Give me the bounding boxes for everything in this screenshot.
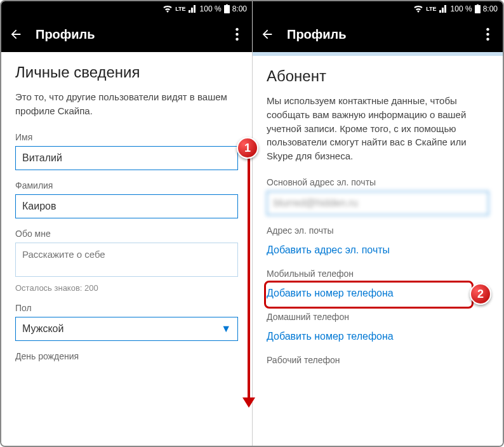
email-label: Адрес эл. почты xyxy=(267,225,489,236)
primary-email-input[interactable] xyxy=(267,191,489,215)
svg-point-3 xyxy=(486,28,489,30)
clock: 8:00 xyxy=(483,4,498,13)
page-title: Профиль xyxy=(36,27,229,42)
phone-left: LTE 100 % 8:00 Профиль Личные сведения Э… xyxy=(1,1,252,446)
svg-point-1 xyxy=(235,33,238,36)
add-email-link[interactable]: Добавить адрес эл. почты xyxy=(267,239,489,264)
battery-icon xyxy=(475,4,481,13)
svg-point-0 xyxy=(235,28,238,30)
svg-point-5 xyxy=(486,38,489,41)
section-heading: Личные сведения xyxy=(15,63,238,81)
back-button[interactable] xyxy=(9,27,27,41)
gender-select[interactable]: Мужской ▼ xyxy=(15,317,238,341)
contact-content: Абонент Мы используем контактные данные,… xyxy=(253,52,503,446)
svg-point-2 xyxy=(235,38,238,41)
gender-value: Мужской xyxy=(22,323,63,335)
clock: 8:00 xyxy=(232,4,247,13)
work-phone-label: Рабочий телефон xyxy=(267,355,489,365)
firstname-label: Имя xyxy=(15,132,238,142)
annotation-arrow-line xyxy=(248,146,250,400)
primary-email-label: Основной адрес эл. почты xyxy=(267,177,489,187)
app-bar: Профиль xyxy=(253,17,503,52)
status-bar: LTE 100 % 8:00 xyxy=(1,1,252,17)
profile-content: Личные сведения Это то, что другие польз… xyxy=(1,52,252,446)
wifi-icon xyxy=(162,5,173,13)
more-menu-button[interactable] xyxy=(480,28,495,41)
back-button[interactable] xyxy=(260,27,278,41)
gender-label: Пол xyxy=(15,303,238,313)
annotation-arrow-head xyxy=(242,397,255,408)
more-menu-button[interactable] xyxy=(229,28,244,41)
birthday-label: День рождения xyxy=(15,351,238,361)
section-description: Это то, что другие пользователи видят в … xyxy=(15,90,238,118)
signal-icon xyxy=(189,5,197,13)
lte-label: LTE xyxy=(426,6,436,12)
chevron-down-icon: ▼ xyxy=(221,323,231,335)
mobile-label: Мобильный телефон xyxy=(267,269,489,279)
signal-icon xyxy=(439,5,448,13)
callout-1: 1 xyxy=(237,137,258,159)
highlight-add-email xyxy=(264,281,474,309)
home-phone-label: Домашний телефон xyxy=(267,312,489,322)
lastname-input[interactable] xyxy=(15,194,238,218)
tab-indicator xyxy=(253,52,503,56)
app-bar: Профиль xyxy=(1,17,252,52)
status-bar: LTE 100 % 8:00 xyxy=(253,1,503,17)
callout-2: 2 xyxy=(470,283,491,305)
section-heading: Абонент xyxy=(267,67,489,85)
battery-percent: 100 % xyxy=(200,4,222,13)
about-textarea[interactable] xyxy=(15,243,238,277)
char-counter: Осталось знаков: 200 xyxy=(15,283,238,293)
firstname-input[interactable] xyxy=(15,146,238,170)
battery-icon xyxy=(224,4,230,13)
svg-point-4 xyxy=(486,33,489,36)
wifi-icon xyxy=(413,5,423,13)
about-label: Обо мне xyxy=(15,229,238,239)
add-home-phone-link[interactable]: Добавить номер телефона xyxy=(267,326,489,350)
section-description: Мы используем контактные данные, чтобы с… xyxy=(267,94,489,163)
phone-right: LTE 100 % 8:00 Профиль Абонент Мы исполь… xyxy=(252,1,503,446)
battery-percent: 100 % xyxy=(451,4,472,13)
page-title: Профиль xyxy=(287,27,480,42)
lastname-label: Фамилия xyxy=(15,180,238,190)
lte-label: LTE xyxy=(175,6,185,12)
